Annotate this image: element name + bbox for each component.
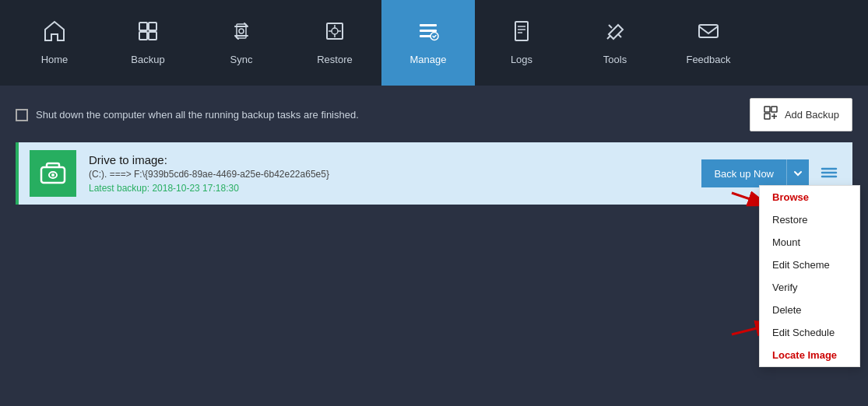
svg-point-5 <box>239 29 244 33</box>
svg-rect-16 <box>699 25 718 37</box>
svg-rect-3 <box>149 32 156 40</box>
sync-icon <box>229 19 254 47</box>
dropdown-item-edit-scheme[interactable]: Edit Scheme <box>760 254 859 276</box>
nav-label-backup: Backup <box>131 54 164 65</box>
task-latest-date: 2018-10-23 17:18:30 <box>152 183 238 194</box>
backup-now-button[interactable]: Back up Now <box>701 159 786 187</box>
nav-item-logs[interactable]: Logs <box>475 0 568 86</box>
task-latest-label: Latest backup: <box>89 183 149 194</box>
nav-label-manage: Manage <box>410 54 447 65</box>
svg-rect-2 <box>139 32 147 40</box>
add-backup-icon <box>763 105 778 124</box>
restore-icon <box>322 19 347 47</box>
shutdown-bar: Shut down the computer when all the runn… <box>16 98 852 131</box>
task-actions: Back up Now <box>701 159 842 187</box>
add-backup-button[interactable]: Add Backup <box>750 98 852 131</box>
content-area: Shut down the computer when all the runn… <box>0 86 868 406</box>
nav-label-logs: Logs <box>511 54 532 65</box>
nav-item-manage[interactable]: Manage <box>381 0 475 86</box>
dropdown-item-edit-schedule[interactable]: Edit Schedule <box>760 321 859 344</box>
logs-icon <box>509 19 534 47</box>
shutdown-checkbox[interactable] <box>16 109 28 121</box>
svg-rect-0 <box>139 23 147 30</box>
add-backup-label: Add Backup <box>785 109 839 121</box>
svg-rect-1 <box>149 23 156 30</box>
nav-label-restore: Restore <box>317 54 353 65</box>
backup-now-dropdown[interactable] <box>786 159 809 187</box>
shutdown-left: Shut down the computer when all the runn… <box>16 109 359 121</box>
dropdown-item-restore[interactable]: Restore <box>760 208 859 231</box>
feedback-icon <box>696 19 721 47</box>
nav-label-tools: Tools <box>603 54 627 65</box>
nav-item-tools[interactable]: Tools <box>568 0 662 86</box>
backup-icon <box>135 19 160 47</box>
dropdown-menu: Browse Restore Mount Edit Scheme Verify … <box>759 185 860 367</box>
home-icon <box>42 19 67 47</box>
tools-icon <box>603 19 627 47</box>
svg-rect-19 <box>764 114 770 119</box>
nav-item-restore[interactable]: Restore <box>288 0 381 86</box>
manage-icon <box>416 19 441 47</box>
dropdown-item-delete[interactable]: Delete <box>760 299 859 321</box>
dropdown-item-browse[interactable]: Browse <box>760 186 859 208</box>
svg-rect-12 <box>515 22 528 40</box>
task-icon-box <box>30 150 76 197</box>
nav-item-sync[interactable]: Sync <box>195 0 288 86</box>
nav-label-feedback: Feedback <box>686 54 730 65</box>
dropdown-item-mount[interactable]: Mount <box>760 231 859 254</box>
nav-bar: Home Backup Sync <box>0 0 868 86</box>
nav-label-sync: Sync <box>230 54 253 65</box>
menu-button[interactable] <box>817 160 842 187</box>
nav-item-backup[interactable]: Backup <box>101 0 195 86</box>
svg-rect-8 <box>420 24 437 26</box>
task-title: Drive to image: <box>89 153 689 166</box>
task-latest: Latest backup: 2018-10-23 17:18:30 <box>89 183 689 194</box>
dropdown-item-locate-image[interactable]: Locate Image <box>760 344 859 366</box>
task-info: Drive to image: (C:). ===> F:\{939b5cd6-… <box>89 153 689 194</box>
dropdown-item-verify[interactable]: Verify <box>760 276 859 299</box>
task-card: Drive to image: (C:). ===> F:\{939b5cd6-… <box>16 142 852 205</box>
nav-item-home[interactable]: Home <box>8 0 101 86</box>
svg-point-24 <box>51 173 54 177</box>
nav-label-home: Home <box>41 54 69 65</box>
svg-rect-9 <box>420 30 437 32</box>
shutdown-text: Shut down the computer when all the runn… <box>36 109 359 121</box>
svg-rect-17 <box>764 107 770 112</box>
svg-point-7 <box>332 28 338 34</box>
task-path: (C:). ===> F:\{939b5cd6-89ae-4469-a25e-6… <box>89 169 689 180</box>
svg-rect-18 <box>771 107 777 112</box>
nav-item-feedback[interactable]: Feedback <box>662 0 755 86</box>
